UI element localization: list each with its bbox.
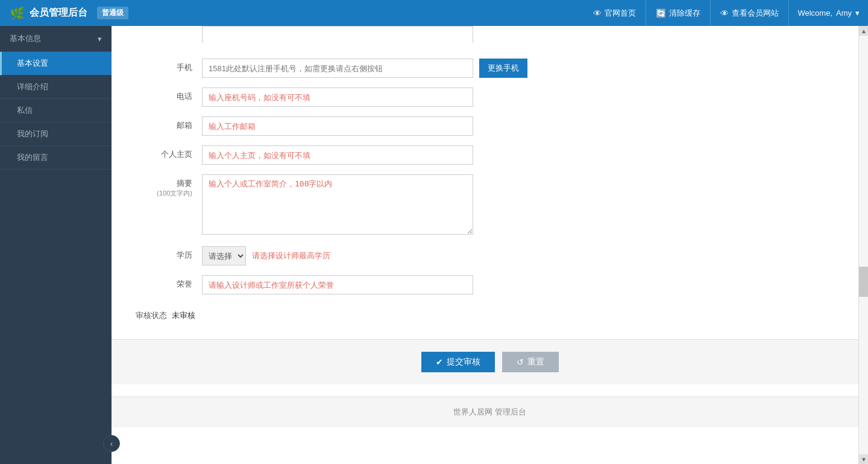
- telephone-input[interactable]: [202, 87, 473, 107]
- footer-text: 世界人居网 管理后台: [453, 407, 526, 416]
- official-site-button[interactable]: 👁 官网首页: [583, 0, 646, 26]
- scroll-down-arrow[interactable]: ▼: [859, 454, 868, 464]
- phone-field: 更换手机: [202, 59, 844, 78]
- main-content: 手机 更换手机 电话 邮箱: [112, 26, 868, 464]
- clear-cache-label: 清除缓存: [669, 8, 700, 19]
- reset-button[interactable]: ↺ 重置: [502, 352, 559, 372]
- education-field: 请选择 高中 大专 本科 硕士 博士 请选择设计师最高学历: [202, 246, 844, 265]
- telephone-field-row: 电话: [136, 87, 844, 107]
- sidebar-item-subscription[interactable]: 我的订阅: [0, 122, 112, 146]
- education-select[interactable]: 请选择 高中 大专 本科 硕士 博士: [202, 246, 246, 265]
- sidebar: 基本信息 ▾ 基本设置 详细介绍 私信 我的订阅 我的留言 ‹: [0, 26, 112, 464]
- sidebar-item-label: 基本设置: [17, 58, 48, 69]
- scroll-up-arrow[interactable]: ▲: [859, 26, 868, 36]
- homepage-field-row: 个人主页: [136, 145, 844, 165]
- dropdown-arrow-icon: ▾: [855, 8, 860, 17]
- email-input[interactable]: [202, 116, 473, 136]
- sidebar-item-basic-settings[interactable]: 基本设置: [0, 52, 112, 75]
- education-hint: 请选择设计师最高学历: [252, 250, 330, 261]
- homepage-label: 个人主页: [136, 145, 202, 160]
- sidebar-section-label: 基本信息: [10, 33, 41, 44]
- education-label: 学历: [136, 246, 202, 261]
- clear-cache-button[interactable]: 🔄 清除缓存: [646, 0, 711, 26]
- email-field: [202, 116, 844, 136]
- view-member-site-button[interactable]: 👁 查看会员网站: [711, 0, 789, 26]
- welcome-text: Welcome,: [797, 8, 832, 17]
- email-field-row: 邮箱: [136, 116, 844, 136]
- reset-icon: ↺: [517, 357, 524, 367]
- homepage-field: [202, 145, 844, 165]
- sidebar-chevron-icon: ▾: [98, 34, 102, 43]
- change-phone-button[interactable]: 更换手机: [479, 59, 527, 78]
- homepage-input[interactable]: [202, 145, 473, 165]
- main-layout: 基本信息 ▾ 基本设置 详细介绍 私信 我的订阅 我的留言 ‹: [0, 26, 868, 464]
- submit-label: 提交审核: [447, 357, 480, 367]
- sidebar-item-detail-intro[interactable]: 详细介绍: [0, 75, 112, 99]
- sidebar-toggle-button[interactable]: ‹: [103, 435, 120, 452]
- sidebar-section-header[interactable]: 基本信息 ▾: [0, 26, 112, 52]
- eye-icon: 👁: [593, 8, 602, 18]
- phone-label: 手机: [136, 59, 202, 73]
- page-footer: 世界人居网 管理后台: [112, 396, 868, 427]
- honor-input[interactable]: [202, 275, 473, 294]
- status-row: 审核状态 未审核: [136, 304, 844, 333]
- brand-title: 会员管理后台: [30, 7, 87, 19]
- summary-textarea[interactable]: [202, 174, 473, 235]
- view-member-label: 查看会员网站: [732, 8, 779, 19]
- scrollbar[interactable]: ▲ ▼: [858, 26, 868, 464]
- nav-actions: 👁 官网首页 🔄 清除缓存 👁 查看会员网站 Welcome, Amy ▾: [583, 0, 868, 26]
- sidebar-item-private-msg[interactable]: 私信: [0, 99, 112, 122]
- honor-label: 荣誉: [136, 275, 202, 290]
- phone-input[interactable]: [202, 59, 473, 78]
- summary-field: [202, 174, 844, 237]
- refresh-icon: 🔄: [656, 8, 666, 18]
- brand-logo: 🌿 会员管理后台 普通级: [10, 6, 128, 21]
- reset-label: 重置: [527, 357, 544, 367]
- user-welcome[interactable]: Welcome, Amy ▾: [789, 0, 868, 26]
- education-field-row: 学历 请选择 高中 大专 本科 硕士 博士 请选择设计师最高学历: [136, 246, 844, 265]
- username-text: Amy: [836, 8, 852, 17]
- brand-icon: 🌿: [10, 6, 25, 21]
- partial-top-field: [112, 26, 868, 43]
- form-area: 手机 更换手机 电话 邮箱: [112, 52, 868, 333]
- phone-field-row: 手机 更换手机: [136, 59, 844, 78]
- honor-field: [202, 275, 844, 294]
- scroll-thumb[interactable]: [859, 267, 868, 297]
- form-footer: ✔ 提交审核 ↺ 重置: [112, 339, 868, 384]
- submit-button[interactable]: ✔ 提交审核: [421, 352, 495, 372]
- sidebar-item-messages[interactable]: 我的留言: [0, 146, 112, 170]
- checkmark-icon: ✔: [436, 357, 443, 367]
- email-label: 邮箱: [136, 116, 202, 131]
- sidebar-item-label: 详细介绍: [17, 81, 48, 92]
- partial-input[interactable]: [202, 26, 473, 43]
- top-navigation: 🌿 会员管理后台 普通级 👁 官网首页 🔄 清除缓存 👁 查看会员网站 Welc…: [0, 0, 868, 26]
- status-label: 审核状态: [136, 310, 167, 321]
- sidebar-item-label: 私信: [17, 105, 33, 116]
- status-value: 未审核: [172, 310, 195, 321]
- sidebar-item-label: 我的留言: [17, 152, 48, 163]
- telephone-field: [202, 87, 844, 107]
- telephone-label: 电话: [136, 87, 202, 102]
- honor-field-row: 荣誉: [136, 275, 844, 294]
- summary-field-row: 摘要 (100文字内): [136, 174, 844, 237]
- summary-sublabel: (100文字内): [136, 189, 192, 198]
- brand-level: 普通级: [97, 7, 128, 19]
- toggle-icon: ‹: [110, 439, 113, 448]
- official-site-label: 官网首页: [605, 8, 636, 19]
- eye2-icon: 👁: [720, 8, 729, 18]
- summary-label: 摘要 (100文字内): [136, 174, 202, 199]
- sidebar-section-basic-info: 基本信息 ▾ 基本设置 详细介绍 私信 我的订阅 我的留言: [0, 26, 112, 170]
- sidebar-item-label: 我的订阅: [17, 129, 48, 139]
